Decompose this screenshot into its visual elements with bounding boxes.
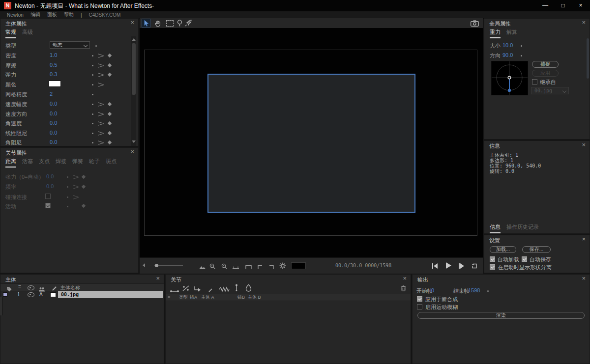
render-button[interactable]: 渲染	[417, 312, 585, 319]
go-to-start-button[interactable]	[432, 262, 438, 271]
capture-button[interactable]: 捕捉	[532, 61, 559, 68]
inherit-from-checkbox[interactable]	[532, 79, 537, 84]
velocity-magnitude-value[interactable]: 0.0	[50, 101, 57, 107]
gravity-direction-widget[interactable]	[491, 61, 528, 95]
keyframe-diamond-icon[interactable]	[108, 102, 112, 106]
keyframe-diamond-icon[interactable]	[108, 54, 112, 57]
close-panel-icon[interactable]: ×	[156, 275, 160, 282]
marquee-tool[interactable]	[165, 19, 174, 28]
tab-info[interactable]: 信息	[490, 224, 501, 233]
expression-dot-icon[interactable]	[92, 74, 93, 76]
auto-save-checkbox[interactable]	[522, 256, 527, 262]
ceiling-wall-toggle[interactable]	[245, 263, 252, 272]
body-color-swatch[interactable]	[50, 292, 56, 297]
randomize-icon[interactable]	[98, 131, 104, 136]
close-panel-icon[interactable]: ×	[403, 275, 407, 282]
keyframe-diamond-icon[interactable]	[108, 73, 112, 77]
zoom-slider-track[interactable]	[154, 265, 183, 266]
randomize-icon[interactable]	[98, 54, 104, 58]
loop-export-button[interactable]	[471, 262, 478, 271]
randomize-icon[interactable]	[98, 112, 104, 116]
rocket-tool[interactable]	[184, 19, 193, 28]
tab-spring[interactable]: 弹簧	[72, 158, 83, 168]
site-link[interactable]: C4DSKY.COM	[89, 12, 121, 18]
motion-blur-checkbox[interactable]	[417, 304, 422, 309]
load-button[interactable]: 加载...	[490, 246, 516, 253]
linear-damping-value[interactable]: 0.0	[50, 130, 57, 136]
body-name-cell[interactable]: 00.jpg	[58, 291, 163, 298]
menu-panels[interactable]: 面板	[47, 11, 57, 18]
delete-joint-button[interactable]	[401, 284, 406, 293]
wheel-joint-button[interactable]	[235, 284, 238, 294]
close-panel-icon[interactable]: ×	[582, 19, 586, 26]
gravity-direction-value[interactable]: 90.0	[502, 52, 513, 58]
close-panel-icon[interactable]: ×	[582, 236, 586, 243]
floor-wall-toggle[interactable]	[232, 263, 239, 272]
save-button[interactable]: 保存...	[522, 246, 551, 253]
tree-tool[interactable]	[175, 19, 184, 28]
visibility-eye-icon[interactable]	[28, 292, 34, 297]
zoom-region-icon[interactable]	[221, 262, 227, 271]
pivot-joint-button[interactable]	[193, 285, 202, 294]
scrollbar-up-icon[interactable]	[132, 38, 136, 41]
expression-dot-icon[interactable]	[521, 45, 522, 47]
close-panel-icon[interactable]: ×	[582, 275, 586, 282]
close-panel-icon[interactable]: ×	[130, 148, 134, 155]
menu-help[interactable]: 帮助	[64, 11, 74, 18]
tab-solver[interactable]: 解算	[506, 28, 517, 38]
selected-body[interactable]	[207, 74, 415, 213]
tab-distance[interactable]: 距离	[5, 158, 16, 168]
background-color-swatch[interactable]	[291, 262, 306, 269]
expression-dot-icon[interactable]	[92, 133, 93, 134]
randomize-icon[interactable]	[98, 121, 104, 126]
auto-load-checkbox[interactable]	[490, 256, 495, 262]
tab-piston[interactable]: 活塞	[22, 158, 33, 168]
menu-newton[interactable]: Newton	[7, 12, 24, 18]
tab-pivot[interactable]: 支点	[39, 158, 50, 168]
mesh-precision-value[interactable]: 2	[50, 91, 53, 97]
viewport-settings-button[interactable]	[279, 262, 286, 271]
velocity-direction-value[interactable]: 0.0	[50, 111, 57, 116]
zoom-100-icon[interactable]	[209, 262, 215, 271]
minimize-button[interactable]: —	[537, 0, 554, 11]
body-tag-swatch[interactable]	[3, 292, 7, 297]
tab-history[interactable]: 操作历史记录	[506, 224, 539, 233]
panel-splitter[interactable]	[0, 297, 2, 315]
randomize-icon[interactable]	[98, 63, 104, 68]
blob-joint-button[interactable]	[245, 284, 252, 294]
tab-blob[interactable]: 斑点	[106, 158, 117, 168]
simulation-stage[interactable]	[140, 28, 483, 257]
keyframe-diamond-icon[interactable]	[108, 63, 112, 67]
randomize-icon[interactable]	[98, 140, 104, 145]
tab-weld[interactable]: 焊接	[56, 158, 66, 168]
start-frame-value[interactable]: 0	[431, 287, 434, 293]
snapshot-button[interactable]	[470, 19, 479, 28]
keyframe-diamond-icon[interactable]	[108, 140, 112, 144]
expression-dot-icon[interactable]	[92, 84, 93, 85]
randomize-icon[interactable]	[98, 73, 104, 77]
body-row[interactable]: 1 A 00.jpg	[0, 291, 164, 298]
collapse-arrow-icon[interactable]	[143, 263, 145, 267]
expression-dot-icon[interactable]	[92, 94, 93, 95]
gravity-size-value[interactable]: 10.0	[502, 42, 513, 48]
angular-damping-value[interactable]: 0.0	[50, 139, 57, 145]
keyframe-diamond-icon[interactable]	[108, 131, 112, 135]
spring-joint-button[interactable]	[219, 285, 230, 294]
piston-joint-button[interactable]	[182, 285, 190, 294]
type-dropdown[interactable]: 动态	[50, 41, 90, 49]
bounciness-value[interactable]: 0.3	[50, 71, 57, 77]
zoom-out-icon[interactable]: −	[149, 262, 152, 268]
play-button[interactable]	[445, 262, 452, 271]
friction-value[interactable]: 0.5	[50, 62, 57, 68]
zoom-fit-icon[interactable]	[199, 263, 206, 272]
tab-advanced[interactable]: 高级	[22, 28, 33, 38]
tab-gravity[interactable]: 重力	[490, 28, 501, 38]
randomize-icon[interactable]	[98, 102, 104, 107]
left-wall-toggle[interactable]	[257, 263, 264, 272]
randomize-icon[interactable]	[98, 83, 104, 87]
scrollbar-down-icon[interactable]	[132, 140, 136, 143]
expression-dot-icon[interactable]	[487, 290, 489, 292]
expression-dot-icon[interactable]	[95, 45, 97, 47]
menu-edit[interactable]: 编辑	[30, 11, 40, 18]
zoom-slider-knob[interactable]	[155, 264, 158, 267]
